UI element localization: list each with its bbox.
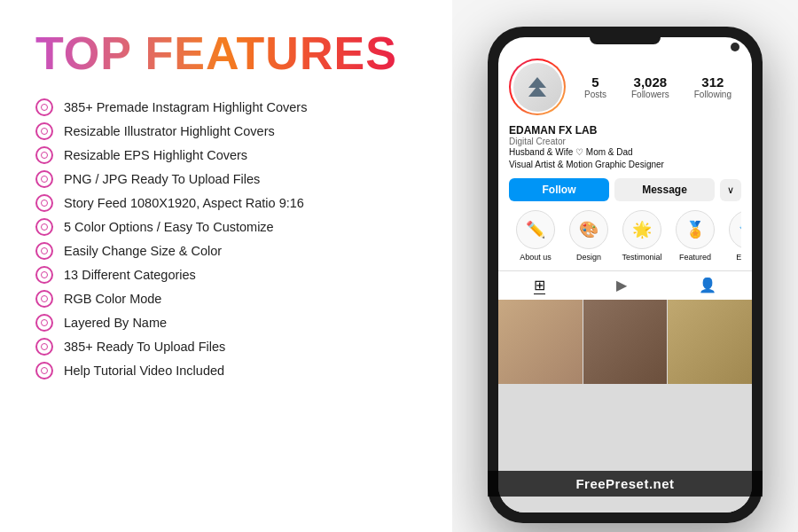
highlight-events[interactable]: 💎 Events [725,210,741,262]
highlight-circle-design: 🎨 [569,210,608,249]
post-thumb-1[interactable] [498,300,583,384]
instagram-bullet-icon [35,122,53,140]
instagram-bullet-icon [35,362,53,379]
phone-mockup: 5 Posts 3,028 Followers 312 Following [488,27,763,523]
feature-text: Layered By Name [64,316,167,330]
highlight-testimonial[interactable]: 🌟 Testimonial [619,210,665,262]
feature-text: Resizable Illustrator Highlight Covers [64,124,275,138]
design-icon: 🎨 [579,220,598,239]
events-icon: 💎 [739,220,741,239]
posts-count: 5 [584,74,606,90]
right-panel: 5 Posts 3,028 Followers 312 Following [452,0,798,532]
highlight-label-featured: Featured [679,253,711,262]
reels-icon[interactable]: ▶ [616,277,627,294]
more-button[interactable]: ∨ [720,179,741,201]
feature-text: 385+ Premade Instagram Highlight Covers [64,100,307,114]
list-item: Resizable Illustrator Highlight Covers [35,122,417,140]
follow-button[interactable]: Follow [509,178,609,201]
highlight-label-about: About us [520,253,552,262]
highlight-label-testimonial: Testimonial [622,253,661,262]
profile-stats: 5 Posts 3,028 Followers 312 Following [575,74,741,99]
list-item: PNG / JPG Ready To Upload Files [35,170,417,188]
instagram-profile: 5 Posts 3,028 Followers 312 Following [498,50,752,270]
chevron-up2-icon [528,86,546,97]
profile-name: EDAMAN FX LAB [509,124,741,137]
highlight-label-events: Events [736,253,741,262]
posts-stat: 5 Posts [584,74,606,99]
instagram-bullet-icon [35,170,53,188]
profile-header: 5 Posts 3,028 Followers 312 Following [509,59,741,115]
profile-bio: EDAMAN FX LAB Digital Creator Husband & … [509,124,741,171]
followers-stat: 3,028 Followers [631,74,669,99]
profile-bio-line1: Husband & Wife ♡ Mom & Dad [509,146,741,159]
feature-text: Story Feed 1080X1920, Aspect Ratio 9:16 [64,196,304,210]
list-item: 5 Color Options / Easy To Customize [35,218,417,236]
edit-icon: ✏️ [526,220,545,239]
following-stat: 312 Following [694,74,732,99]
feature-text: Resizable EPS Highlight Covers [64,148,247,162]
feature-text: 13 Different Categories [64,268,196,282]
followers-label: Followers [631,90,669,99]
phone-notch [590,37,661,44]
feature-text: RGB Color Mode [64,292,161,306]
highlight-circle-featured: 🏅 [676,210,715,249]
testimonial-icon: 🌟 [632,220,652,239]
grid-icon[interactable]: ⊞ [534,277,545,294]
message-button[interactable]: Message [614,178,715,201]
list-item: 385+ Ready To Upload Files [35,338,417,356]
list-item: Layered By Name [35,314,417,332]
list-item: RGB Color Mode [35,290,417,308]
instagram-bullet-icon [35,314,53,332]
feature-text: 385+ Ready To Upload Files [64,340,225,354]
feature-text: PNG / JPG Ready To Upload Files [64,172,260,186]
highlight-label-design: Design [576,253,601,262]
post-thumb-3[interactable] [668,300,752,384]
highlight-circle-events: 💎 [729,210,741,249]
instagram-bullet-icon [35,146,53,164]
list-item: Help Tutorial Video Included [35,362,417,379]
profile-buttons: Follow Message ∨ [509,178,741,201]
instagram-bullet-icon [35,338,53,356]
instagram-bullet-icon [35,242,53,260]
highlight-circle-testimonial: 🌟 [622,210,661,249]
avatar-inner [513,63,562,112]
avatar [509,59,566,115]
watermark: FreePreset.net [488,471,763,497]
highlight-featured[interactable]: 🏅 Featured [672,210,718,262]
instagram-bullet-icon [35,266,53,284]
phone-camera [731,43,739,51]
posts-label: Posts [584,90,606,99]
left-panel: TOP FEATURES 385+ Premade Instagram High… [0,0,452,532]
following-count: 312 [694,74,732,90]
post-thumb-2[interactable] [583,300,668,384]
list-item: Easily Change Size & Color [35,242,417,260]
list-item: 385+ Premade Instagram Highlight Covers [35,98,417,116]
grid-navigation: ⊞ ▶ 👤 [498,270,752,300]
instagram-bullet-icon [35,194,53,212]
instagram-bullet-icon [35,218,53,236]
instagram-bullet-icon [35,98,53,116]
followers-count: 3,028 [631,74,669,90]
feature-text: Help Tutorial Video Included [64,364,224,378]
list-item: 13 Different Categories [35,266,417,284]
list-item: Story Feed 1080X1920, Aspect Ratio 9:16 [35,194,417,212]
tagged-icon[interactable]: 👤 [699,277,716,294]
instagram-bullet-icon [35,290,53,308]
highlight-about[interactable]: ✏️ About us [512,210,559,262]
features-list: 385+ Premade Instagram Highlight CoversR… [35,98,417,379]
list-item: Resizable EPS Highlight Covers [35,146,417,164]
profile-category: Digital Creator [509,137,741,146]
feature-text: Easily Change Size & Color [64,244,222,258]
profile-bio-line2: Visual Artist & Motion Graphic Designer [509,159,741,171]
feature-text: 5 Color Options / Easy To Customize [64,220,274,234]
highlight-circle-about: ✏️ [516,210,555,249]
featured-icon: 🏅 [685,220,705,239]
phone-screen: 5 Posts 3,028 Followers 312 Following [498,37,752,512]
highlights-row: ✏️ About us 🎨 Design 🌟 Te [509,210,741,262]
highlight-design[interactable]: 🎨 Design [566,210,612,262]
main-title: TOP FEATURES [35,28,417,79]
following-label: Following [694,90,732,99]
